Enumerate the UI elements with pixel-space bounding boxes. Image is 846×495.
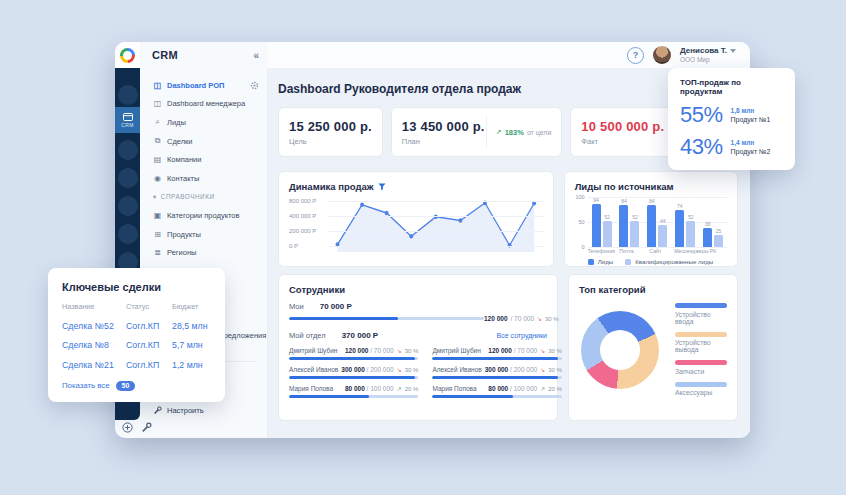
delta-note: от цели	[527, 129, 551, 136]
employee-name: Дмитрий Шубин	[289, 347, 337, 354]
bar	[714, 235, 723, 248]
bar	[658, 225, 667, 247]
employee-row: Дмитрий Шубин 120 000 / 70 000 ↘ 30 %	[289, 347, 418, 360]
plus-circle-icon[interactable]	[122, 422, 133, 433]
chevron-down-icon: ▾	[153, 193, 157, 200]
deal-cell[interactable]: 1,2 млн	[172, 360, 211, 370]
sidebar-item[interactable]: ◉Контакты	[140, 169, 267, 188]
rail-app-icon[interactable]	[118, 85, 138, 105]
deal-cell[interactable]: Сделка №21	[62, 360, 126, 370]
filter-icon[interactable]	[378, 183, 386, 191]
sidebar-item[interactable]: ▣Категории продуктов	[140, 206, 267, 225]
deals-column-header: Статус	[126, 302, 172, 311]
top-products-popover: ТОП-продаж по продуктам 55% 1,8 млн Прод…	[668, 68, 795, 170]
top-categories-title: Топ категорий	[579, 284, 727, 295]
my-value: 70 000 Р	[320, 302, 352, 311]
rail-item-crm[interactable]: CRM	[115, 107, 140, 133]
employee-progress-bar	[432, 357, 561, 360]
deal-cell[interactable]: 5,7 млн	[172, 340, 211, 350]
x-axis-label: Сайт	[645, 248, 665, 254]
trend-up-icon: ↗	[397, 385, 402, 392]
bar-group: 9452	[592, 197, 612, 247]
bar	[703, 228, 712, 247]
key-deals-table: НазваниеСтатусБюджетСделка №52Согл.КП28,…	[62, 302, 211, 370]
sales-line-chart	[329, 196, 543, 258]
bar	[686, 221, 695, 247]
rail-item-label: CRM	[121, 122, 133, 128]
leads-by-source-card: Лиды по источникам 100500 94528452844474…	[564, 171, 738, 267]
employees-title: Сотрудники	[289, 284, 547, 295]
app-header: CRM « ? Денисова Т. ООО Мир	[115, 42, 750, 69]
employee-row: Мария Попова 80 000 / 100 000 ↗ 20 %	[432, 385, 561, 398]
kpi-plan-value: 13 450 000 р.	[402, 119, 485, 134]
top-product-row: 55% 1,8 млн Продукт №1	[680, 102, 783, 128]
deal-cell[interactable]: Согл.КП	[126, 360, 172, 370]
sidebar-item[interactable]: ≣Регионы	[140, 243, 267, 262]
sidebar-item[interactable]: ▤Компании	[140, 150, 267, 169]
employee-name: Алексей Иванов	[432, 366, 481, 373]
delta-percent: 183%	[505, 128, 524, 137]
sidebar-item[interactable]: ⧉Сделки	[140, 132, 267, 151]
sidebar-configure-button[interactable]: Настроить	[153, 406, 204, 415]
sidebar-item[interactable]: ⊞Продукты	[140, 225, 267, 244]
kpi-plan-delta: ↗ 183% от цели	[486, 116, 552, 148]
my-fact: 120 000	[484, 315, 508, 322]
deal-cell[interactable]: Сделка №8	[62, 340, 126, 350]
show-all-link[interactable]: Показать все	[62, 381, 110, 390]
configure-label: Настроить	[167, 406, 204, 415]
employee-progress-bar	[289, 357, 418, 360]
sidebar-item[interactable]: ⌕Лиды	[140, 113, 267, 132]
employees-card: Сотрудники Мои 70 000 Р 120 000 / 70 000…	[278, 274, 558, 421]
user-chip[interactable]: Денисова Т. ООО Мир	[680, 47, 736, 63]
rail-app-icon[interactable]	[118, 168, 138, 188]
sidebar-section-directories[interactable]: ▾СПРАВОЧНИКИ	[140, 188, 267, 207]
product-categories-icon: ▣	[153, 211, 162, 220]
my-progress-bar	[289, 317, 484, 320]
deal-cell[interactable]: Согл.КП	[126, 321, 172, 331]
kpi-goal-card: 15 250 000 р. Цель	[278, 107, 383, 157]
sidebar-collapse-icon[interactable]: «	[253, 50, 259, 61]
employees-grid: Дмитрий Шубин 120 000 / 70 000 ↘ 30 % Ал…	[289, 347, 547, 404]
rail-app-icon[interactable]	[118, 140, 138, 160]
legend-item: Квалифицированные лиды	[625, 258, 713, 265]
gear-icon[interactable]	[250, 81, 259, 90]
trend-down-icon: ↘	[397, 347, 402, 354]
x-axis-labels: ТелефонияПочтаСайтМессенджерыРК	[575, 247, 727, 254]
user-company: ООО Мир	[680, 56, 736, 63]
sidebar-item[interactable]: ◫Dashboard менеджера	[140, 95, 267, 114]
crm-module-icon	[123, 113, 133, 121]
rail-app-icon[interactable]	[118, 196, 138, 216]
deals-column-header: Бюджет	[172, 302, 211, 311]
logo-cell[interactable]	[115, 42, 140, 68]
employee-row: Алексей Иванов 300 000 / 200 000 ↘ 30 %	[432, 366, 561, 379]
sidebar-item[interactable]: ◫Dashboard РОП	[140, 76, 267, 95]
deal-cell[interactable]: 28,5 млн	[172, 321, 211, 331]
bar	[592, 204, 601, 247]
dashboard-manager-icon: ◫	[153, 99, 162, 108]
top-products-items: 55% 1,8 млн Продукт №1 43% 1,4 млн Проду…	[680, 102, 783, 160]
bar	[647, 205, 656, 247]
my-plan: / 70 000	[511, 315, 535, 322]
wrench-icon[interactable]	[141, 422, 152, 433]
kpi-plan-card: 13 450 000 р. План ↗ 183% от цели	[391, 107, 563, 157]
help-icon[interactable]: ?	[627, 47, 644, 64]
donut-legend: Устройство вводаУстройство выводаЗапчаст…	[675, 303, 727, 396]
deals-count-badge[interactable]: 50	[116, 381, 136, 391]
my-percent: 30 %	[545, 316, 559, 322]
employee-progress-bar	[289, 376, 418, 379]
legend-item: Запчасти	[675, 360, 727, 375]
trend-down-icon: ↘	[540, 347, 545, 354]
deal-cell[interactable]: Согл.КП	[126, 340, 172, 350]
rail-app-icon[interactable]	[118, 224, 138, 244]
all-employees-link[interactable]: Все сотрудники	[497, 332, 547, 339]
chevron-down-icon	[730, 49, 736, 53]
avatar[interactable]	[653, 46, 671, 64]
companies-icon: ▤	[153, 155, 162, 164]
x-axis-label: Телефония	[588, 248, 608, 254]
top-products-title: ТОП-продаж по продуктам	[680, 78, 783, 96]
charts-row: Динамика продаж 800 000 Р400 000 Р200 00…	[278, 171, 738, 267]
deal-cell[interactable]: Сделка №52	[62, 321, 126, 331]
employees-column: Дмитрий Шубин 120 000 / 70 000 ↘ 30 % Ал…	[432, 347, 561, 404]
brand-title: CRM	[152, 49, 178, 61]
header-right: ? Денисова Т. ООО Мир	[268, 42, 750, 68]
